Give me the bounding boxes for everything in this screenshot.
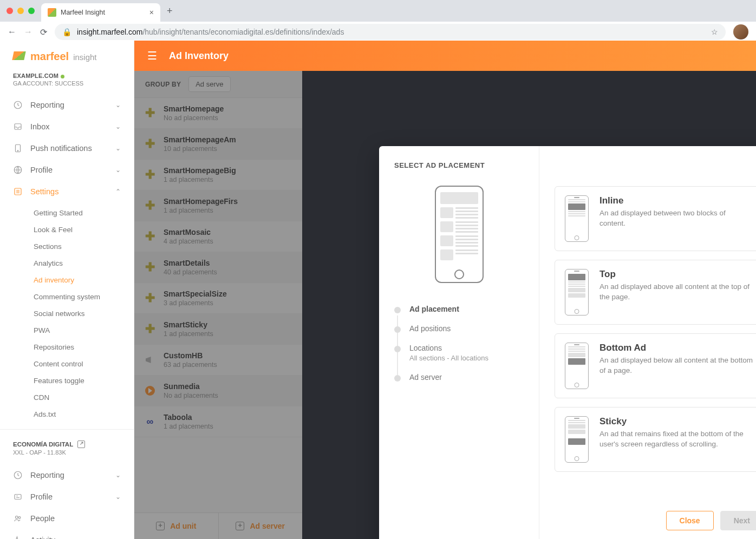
forward-button[interactable]: →	[24, 27, 32, 37]
profile-avatar[interactable]	[733, 24, 748, 40]
chevron-up-icon: ⌃	[115, 188, 121, 195]
activity-icon	[13, 535, 23, 539]
account-block: EXAMPLE.COM GA ACCOUNT: SUCCESS	[0, 73, 134, 88]
sub-commenting[interactable]: Commenting system	[0, 288, 134, 305]
add-ad-server-button[interactable]: Ad server	[219, 513, 303, 539]
svg-rect-7	[15, 495, 21, 499]
new-tab-button[interactable]: +	[167, 5, 173, 17]
nav-primary: Reporting ⌄ Inbox ⌄ Push notifications ⌄…	[0, 94, 134, 425]
close-tab-icon[interactable]: ×	[149, 8, 154, 17]
placement-bottom[interactable]: Bottom Ad An ad displayed below all cont…	[555, 333, 756, 398]
sub-ad-inventory[interactable]: Ad inventory	[0, 272, 134, 288]
sub-ads-txt[interactable]: Ads.txt	[0, 406, 134, 423]
status-dot	[61, 75, 64, 78]
logo[interactable]: marfeel insight	[0, 41, 134, 73]
step-dot-icon	[394, 326, 401, 333]
close-button[interactable]: Close	[666, 511, 714, 530]
step-ad-placement[interactable]: Ad placement	[394, 300, 524, 318]
reload-button[interactable]: ⟳	[40, 27, 47, 37]
list-item[interactable]: ✚SmartSticky1 ad placements	[134, 314, 302, 345]
external-link-icon[interactable]	[77, 441, 85, 448]
maximize-window-button[interactable]	[28, 8, 35, 14]
nav-push[interactable]: Push notifications ⌄	[0, 137, 134, 159]
modal-stepper-panel: SELECT AD PLACEMENT Ad placement	[379, 146, 539, 539]
step-ad-positions[interactable]: Ad positions	[394, 320, 524, 337]
placement-sticky[interactable]: Sticky An ad that remains fixed at the b…	[555, 407, 756, 472]
placement-top[interactable]: Top An ad displayed above all content at…	[555, 260, 756, 325]
list-item[interactable]: ✚SmartSpecialSize3 ad placements	[134, 283, 302, 314]
plus-icon: ✚	[144, 169, 156, 181]
app: marfeel insight EXAMPLE.COM GA ACCOUNT: …	[0, 41, 756, 539]
add-ad-unit-button[interactable]: Ad unit	[134, 513, 219, 539]
inbox-icon	[13, 122, 23, 132]
list-item[interactable]: ∞Taboola1 ad placements	[134, 406, 302, 437]
list-item[interactable]: ✚SmartHomepageAm10 ad placements	[134, 129, 302, 160]
nav-profile[interactable]: Profile ⌄	[0, 159, 134, 181]
sub-content-control[interactable]: Content control	[0, 356, 134, 372]
sub-features-toggle[interactable]: Features toggle	[0, 372, 134, 389]
nav2-activity[interactable]: Activity	[0, 529, 134, 539]
phone-sticky-icon	[565, 416, 589, 463]
tenant-sub: XXL - OAP - 11.83K	[13, 449, 121, 456]
divider	[0, 429, 134, 430]
plus-icon: ✚	[144, 200, 156, 212]
nav-settings[interactable]: Settings ⌃	[0, 181, 134, 202]
sidebar: marfeel insight EXAMPLE.COM GA ACCOUNT: …	[0, 41, 134, 539]
placement-options: Inline An ad displayed between two block…	[555, 161, 756, 501]
browser-tab[interactable]: Marfeel Insight ×	[41, 3, 160, 22]
minimize-window-button[interactable]	[17, 8, 24, 14]
logo-mark	[12, 51, 25, 60]
ad-server-list-panel: GROUP BY Ad serve ✚SmartHomepageNo ad pl…	[134, 71, 302, 539]
header: ☰ Ad Inventory	[134, 41, 756, 71]
toolbar: ← → ⟳ 🔒 insight.marfeel.com/hub/insight/…	[0, 22, 756, 42]
sub-social[interactable]: Social networks	[0, 305, 134, 322]
sub-analytics[interactable]: Analytics	[0, 255, 134, 272]
sub-sections[interactable]: Sections	[0, 238, 134, 255]
sub-getting-started[interactable]: Getting Started	[0, 205, 134, 221]
list-item[interactable]: CustomHB63 ad placements	[134, 345, 302, 376]
bottom-actions: Ad unit Ad server	[134, 512, 302, 539]
sub-repositories[interactable]: Repositories	[0, 339, 134, 356]
step-locations[interactable]: LocationsAll sections - All locations	[394, 339, 524, 366]
svg-point-9	[18, 517, 21, 519]
placement-inline[interactable]: Inline An ad displayed between two block…	[555, 186, 756, 251]
group-by-select[interactable]: Ad serve	[188, 76, 230, 92]
phone-inline-icon	[565, 195, 589, 242]
step-dot-icon	[394, 346, 401, 352]
account-sub: GA ACCOUNT: SUCCESS	[13, 80, 121, 87]
close-window-button[interactable]	[6, 8, 13, 14]
step-ad-server[interactable]: Ad server	[394, 369, 524, 386]
sub-pwa[interactable]: PWA	[0, 322, 134, 339]
bookmark-icon[interactable]: ☆	[711, 28, 718, 36]
nav-reporting[interactable]: Reporting ⌄	[0, 94, 134, 116]
step-dot-icon	[394, 307, 401, 313]
address-bar[interactable]: 🔒 insight.marfeel.com/hub/insight/tenant…	[55, 24, 726, 40]
tenant-name: ECONOMÍA DIGITAL	[13, 441, 73, 448]
nav-inbox[interactable]: Inbox ⌄	[0, 116, 134, 137]
select-ad-placement-modal: SELECT AD PLACEMENT Ad placement	[379, 146, 756, 539]
svg-point-8	[16, 516, 18, 519]
tab-bar: Marfeel Insight × +	[0, 0, 756, 22]
list-item[interactable]: ✚SmartHomepageNo ad placements	[134, 98, 302, 129]
list-item[interactable]: ✚SmartMosaic4 ad placements	[134, 221, 302, 252]
ad-server-list: ✚SmartHomepageNo ad placements ✚SmartHom…	[134, 98, 302, 437]
window-controls	[6, 8, 41, 14]
sub-look-feel[interactable]: Look & Feel	[0, 221, 134, 238]
nav2-people[interactable]: People	[0, 508, 134, 529]
list-item[interactable]: ✚SmartHomepageFirs1 ad placements	[134, 190, 302, 221]
list-item[interactable]: SunmediaNo ad placements	[134, 376, 302, 406]
sub-cdn[interactable]: CDN	[0, 389, 134, 406]
menu-toggle-icon[interactable]: ☰	[147, 49, 157, 62]
back-button[interactable]: ←	[8, 27, 16, 37]
play-icon	[144, 385, 156, 397]
nav2-profile[interactable]: Profile ⌄	[0, 486, 134, 508]
tab-title: Marfeel Insight	[61, 9, 145, 16]
list-item[interactable]: ✚SmartHomepageBig1 ad placements	[134, 160, 302, 190]
list-item[interactable]: ✚SmartDetails40 ad placements	[134, 252, 302, 283]
chevron-down-icon: ⌄	[115, 493, 121, 501]
plus-icon: ✚	[144, 261, 156, 273]
nav2-reporting[interactable]: Reporting ⌄	[0, 464, 134, 486]
next-button[interactable]: Next	[720, 511, 756, 530]
plus-box-icon	[156, 522, 165, 530]
chevron-down-icon: ⌄	[115, 101, 121, 109]
